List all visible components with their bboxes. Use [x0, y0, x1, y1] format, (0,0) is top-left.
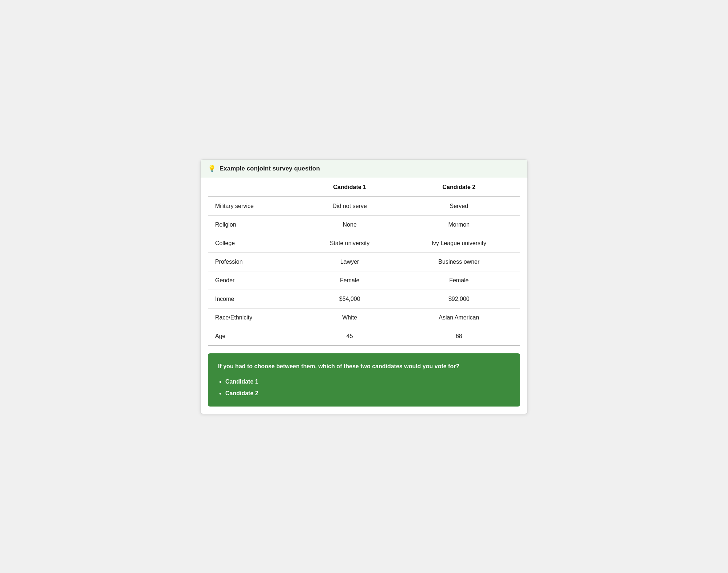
cell-candidate2: $92,000 [398, 290, 520, 308]
cell-candidate2: 68 [398, 327, 520, 346]
cell-candidate1: None [302, 215, 398, 234]
table-row: Age4568 [208, 327, 520, 346]
card-header: 💡 Example conjoint survey question [201, 160, 527, 178]
cell-attribute: Gender [208, 271, 302, 290]
lightbulb-icon: 💡 [208, 165, 216, 173]
col-candidate1: Candidate 1 [302, 178, 398, 197]
cell-attribute: Race/Ethnicity [208, 308, 302, 327]
table-row: GenderFemaleFemale [208, 271, 520, 290]
cell-candidate1: Female [302, 271, 398, 290]
question-box: If you had to choose between them, which… [208, 353, 520, 407]
cell-candidate2: Asian American [398, 308, 520, 327]
cell-candidate1: Did not serve [302, 197, 398, 216]
cell-attribute: Religion [208, 215, 302, 234]
table-container: Candidate 1 Candidate 2 Military service… [201, 178, 527, 346]
card-title: Example conjoint survey question [219, 165, 320, 172]
option-list: Candidate 1Candidate 2 [218, 377, 510, 398]
cell-candidate2: Ivy League university [398, 234, 520, 252]
cell-candidate1: $54,000 [302, 290, 398, 308]
cell-attribute: College [208, 234, 302, 252]
cell-candidate2: Served [398, 197, 520, 216]
cell-candidate1: State university [302, 234, 398, 252]
table-header-row: Candidate 1 Candidate 2 [208, 178, 520, 197]
table-row: Income$54,000$92,000 [208, 290, 520, 308]
conjoint-table: Candidate 1 Candidate 2 Military service… [208, 178, 520, 346]
table-row: ReligionNoneMormon [208, 215, 520, 234]
table-row: ProfessionLawyerBusiness owner [208, 252, 520, 271]
table-row: Race/EthnicityWhiteAsian American [208, 308, 520, 327]
table-row: Military serviceDid not serveServed [208, 197, 520, 216]
cell-attribute: Age [208, 327, 302, 346]
cell-attribute: Income [208, 290, 302, 308]
option-item[interactable]: Candidate 2 [225, 389, 510, 398]
col-candidate2: Candidate 2 [398, 178, 520, 197]
cell-candidate2: Business owner [398, 252, 520, 271]
cell-attribute: Profession [208, 252, 302, 271]
cell-candidate1: White [302, 308, 398, 327]
table-row: CollegeState universityIvy League univer… [208, 234, 520, 252]
option-item[interactable]: Candidate 1 [225, 377, 510, 386]
survey-card: 💡 Example conjoint survey question Candi… [200, 159, 528, 414]
cell-candidate1: Lawyer [302, 252, 398, 271]
cell-candidate1: 45 [302, 327, 398, 346]
cell-attribute: Military service [208, 197, 302, 216]
cell-candidate2: Mormon [398, 215, 520, 234]
cell-candidate2: Female [398, 271, 520, 290]
question-text: If you had to choose between them, which… [218, 362, 510, 371]
